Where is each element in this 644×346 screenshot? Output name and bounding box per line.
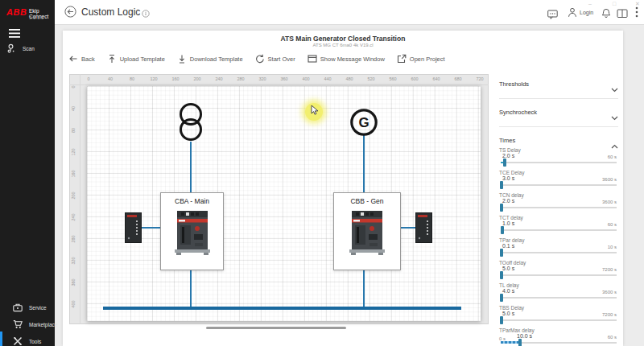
slider-label: TS Delay [499, 147, 521, 153]
notifications-button[interactable] [601, 7, 611, 22]
ekip-module-right[interactable] [415, 212, 432, 246]
vertical-ruler: 04080120160200240280320360400 [69, 74, 80, 324]
back-circle-icon [64, 6, 76, 18]
toolbar-button-show-message-window[interactable]: Show Message Window [308, 54, 385, 64]
slider-tct-delay: TCT delay1.0 s60 s [493, 215, 621, 237]
section-chevron [611, 81, 618, 96]
slider-track[interactable] [501, 342, 617, 344]
breaker-label: CBA - Main [161, 197, 223, 205]
slider-handle[interactable] [500, 204, 503, 212]
slider-handle[interactable] [500, 249, 503, 257]
active-item-indicator [0, 332, 2, 346]
slider-max-label: 3600 s [602, 177, 617, 182]
slider-handle[interactable] [500, 294, 503, 302]
slider-track[interactable] [501, 252, 617, 253]
horizontal-scrollbar[interactable] [206, 327, 346, 329]
transformer-symbol[interactable] [176, 103, 205, 146]
maximize-button[interactable]: □ [613, 1, 616, 6]
slider-handle[interactable] [500, 316, 503, 324]
drawing-surface[interactable] [87, 86, 481, 321]
slider-track[interactable] [501, 229, 617, 231]
sidebar-item-scan[interactable]: Scan [6, 40, 35, 56]
slider-max-label: 10 s [608, 245, 617, 249]
generator-symbol[interactable]: G [349, 108, 378, 140]
login-label: Login [580, 10, 593, 15]
panel-section-synchrocheck[interactable]: Synchrocheck [493, 105, 621, 123]
slider-track[interactable] [501, 207, 617, 208]
slider-track[interactable] [501, 274, 617, 276]
slider-handle[interactable] [500, 181, 503, 189]
info-button[interactable] [142, 6, 150, 21]
more-options-button[interactable] [635, 6, 638, 21]
ruler-tick-label: 400 [302, 76, 309, 81]
circuit-breaker-icon [349, 209, 385, 256]
sidebar-item-service[interactable]: Service [13, 299, 55, 315]
svg-text:G: G [358, 115, 369, 130]
slider-handle[interactable] [518, 339, 522, 346]
ruler-tick-label: 360 [71, 278, 76, 287]
toolbar-button-download-template[interactable]: Download Template [177, 54, 243, 64]
slider-fill [501, 341, 520, 344]
slider-track[interactable] [501, 297, 617, 299]
slider-tcn-delay: TCN delay2.0 s3600 s [493, 192, 621, 215]
panel-section-thresholds[interactable]: Thresholds [493, 77, 621, 95]
hamburger-menu-button[interactable] [9, 27, 20, 41]
sidebar: ABB Ekip Connect 3.5.3.0 Scan ServiceMar… [0, 0, 55, 346]
slider-max-label: 7200 s [602, 312, 617, 317]
slider-tooff-delay: TOoff delay5.0 s7200 s [493, 260, 621, 282]
documentation-button[interactable] [617, 7, 628, 22]
slider-value: 5.0 s [502, 311, 514, 316]
slider-value: 2.0 s [502, 198, 514, 204]
ruler-tick-label: 640 [432, 76, 440, 81]
section-label: Thresholds [499, 80, 529, 88]
toolbar-button-start-over[interactable]: Start Over [255, 54, 295, 64]
slider-handle[interactable] [503, 159, 506, 167]
slider-tl-delay: TL delay4.0 s3600 s [493, 282, 621, 305]
ruler-tick-label: 680 [454, 76, 461, 81]
login-button[interactable]: Login [568, 7, 593, 18]
slider-handle[interactable] [500, 271, 503, 279]
chevron-down-icon [611, 116, 618, 121]
hamburger-icon [9, 29, 20, 38]
slider-label: TBS Delay [499, 305, 524, 311]
ruler-tick-label: 0 [87, 76, 89, 81]
chevron-down-icon [611, 88, 618, 93]
slider-track[interactable] [501, 162, 617, 163]
page-title: Custom Logic [81, 6, 140, 18]
slider-tce-delay: TCE Delay3.0 s3600 s [493, 170, 621, 192]
start-over-icon [255, 54, 265, 64]
ruler-tick-label: 320 [258, 76, 266, 81]
slider-track[interactable] [501, 184, 617, 186]
sidebar-item-label: Service [29, 305, 47, 311]
bus-bar [103, 307, 461, 310]
logic-subtitle: ATS MG CT 6ma0 4k V19.cl [63, 43, 623, 47]
breaker-box-cba-main[interactable]: CBA - Main [160, 192, 224, 270]
slider-max-label: 60 s [608, 154, 617, 159]
slider-handle[interactable] [501, 226, 504, 234]
ruler-tick-label: 720 [476, 76, 483, 81]
back-button[interactable] [64, 6, 76, 21]
toolbar-button-upload-template[interactable]: Upload Template [107, 54, 165, 64]
ruler-tick-label: 80 [130, 76, 134, 81]
sidebar-item-marketplace[interactable]: Marketplace [13, 316, 55, 332]
toolbar-button-back[interactable]: Back [68, 54, 95, 64]
slider-tpar-delay: TPar delay0.1 s10 s [493, 237, 621, 260]
feedback-button[interactable] [547, 8, 558, 23]
bell-icon [601, 8, 611, 19]
ruler-tick-label: 120 [71, 147, 76, 157]
slider-value: 10.0 s [517, 333, 532, 339]
sidebar-item-tools[interactable]: Tools [13, 333, 55, 346]
minimize-button[interactable]: – [588, 1, 592, 6]
breaker-box-cbb-gen[interactable]: CBB - Gen [333, 192, 401, 270]
slider-track[interactable] [501, 319, 617, 321]
slider-value: 0.1 s [502, 243, 514, 249]
ruler-tick-label: 480 [345, 76, 353, 81]
service-icon [13, 303, 23, 312]
ekip-module-left[interactable] [125, 212, 142, 246]
section-divider [499, 98, 618, 99]
ruler-tick-label: 520 [367, 76, 374, 81]
ruler-tick-label: 280 [237, 76, 244, 81]
circuit-breaker-icon [175, 209, 210, 256]
back-arrow-icon [68, 54, 78, 64]
toolbar-button-open-project[interactable]: Open Project [397, 54, 445, 64]
